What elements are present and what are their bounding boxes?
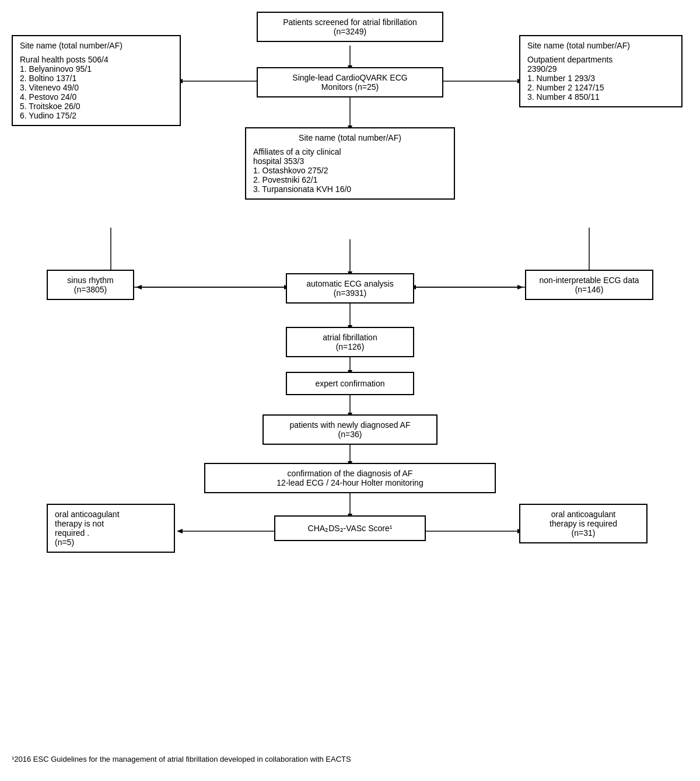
newly-diagnosed-line1: patients with newly diagnosed AF <box>289 420 410 430</box>
site-left-box: Site name (total number/AF) Rural health… <box>12 35 181 126</box>
oral-required-box: oral anticoagulant therapy is required (… <box>519 504 648 543</box>
site-left-header: Site name (total number/AF) <box>20 41 173 50</box>
atrial-fib-box: atrial fibrillation (n=126) <box>286 327 414 357</box>
confirmation-line2: 12-lead ECG / 24-hour Holter monitoring <box>276 478 423 487</box>
svg-marker-19 <box>517 285 523 290</box>
confirmation-box: confirmation of the diagnosis of AF 12-l… <box>204 463 496 493</box>
auto-ecg-line1: automatic ECG analysis <box>306 279 393 288</box>
sinus-line1: sinus rhythm <box>67 276 113 285</box>
atrial-fib-line2: (n=126) <box>336 342 365 351</box>
patients-screened-line1: Patients screened for atrial fibrillatio… <box>283 18 417 27</box>
cha2ds2-text: CHA₂DS₂-VASc Score¹ <box>308 524 393 533</box>
sinus-line2: (n=3805) <box>74 285 107 294</box>
svg-marker-31 <box>177 529 183 534</box>
site-center-content: Affiliates of a city clinical hospital 3… <box>253 147 447 194</box>
atrial-fib-line1: atrial fibrillation <box>323 333 377 342</box>
site-left-content: Rural health posts 506/4 1. Belyaninovo … <box>20 55 173 120</box>
site-center-box: Site name (total number/AF) Affiliates o… <box>245 127 455 200</box>
patients-screened-line2: (n=3249) <box>334 27 366 36</box>
expert-conf-text: expert confirmation <box>315 379 384 388</box>
flowchart-diagram: Patients screened for atrial fibrillatio… <box>0 0 700 781</box>
svg-marker-17 <box>136 285 142 290</box>
site-right-content: Outpatient departments 2390/29 1. Number… <box>527 55 674 102</box>
site-center-header: Site name (total number/AF) <box>253 133 447 142</box>
footnote: ¹2016 ESC Guidelines for the management … <box>12 755 688 763</box>
confirmation-line1: confirmation of the diagnosis of AF <box>288 469 413 478</box>
single-lead-line1: Single-lead CardioQVARK ECG <box>292 73 407 82</box>
single-lead-box: Single-lead CardioQVARK ECG Monitors (n=… <box>257 67 443 97</box>
newly-diagnosed-line2: (n=36) <box>338 430 362 439</box>
auto-ecg-line2: (n=3931) <box>334 288 366 298</box>
newly-diagnosed-box: patients with newly diagnosed AF (n=36) <box>262 414 438 445</box>
non-interp-line1: non-interpretable ECG data <box>539 276 639 285</box>
site-right-box: Site name (total number/AF) Outpatient d… <box>519 35 682 107</box>
patients-screened-box: Patients screened for atrial fibrillatio… <box>257 12 443 42</box>
auto-ecg-box: automatic ECG analysis (n=3931) <box>286 273 414 304</box>
expert-conf-box: expert confirmation <box>286 372 414 395</box>
non-interp-box: non-interpretable ECG data (n=146) <box>525 270 653 300</box>
site-right-header: Site name (total number/AF) <box>527 41 674 50</box>
oral-not-required-box: oral anticoagulant therapy is not requir… <box>47 504 175 553</box>
non-interp-line2: (n=146) <box>575 285 604 294</box>
single-lead-line2: Monitors (n=25) <box>321 82 379 92</box>
sinus-box: sinus rhythm (n=3805) <box>47 270 134 300</box>
cha2ds2-box: CHA₂DS₂-VASc Score¹ <box>274 515 426 541</box>
